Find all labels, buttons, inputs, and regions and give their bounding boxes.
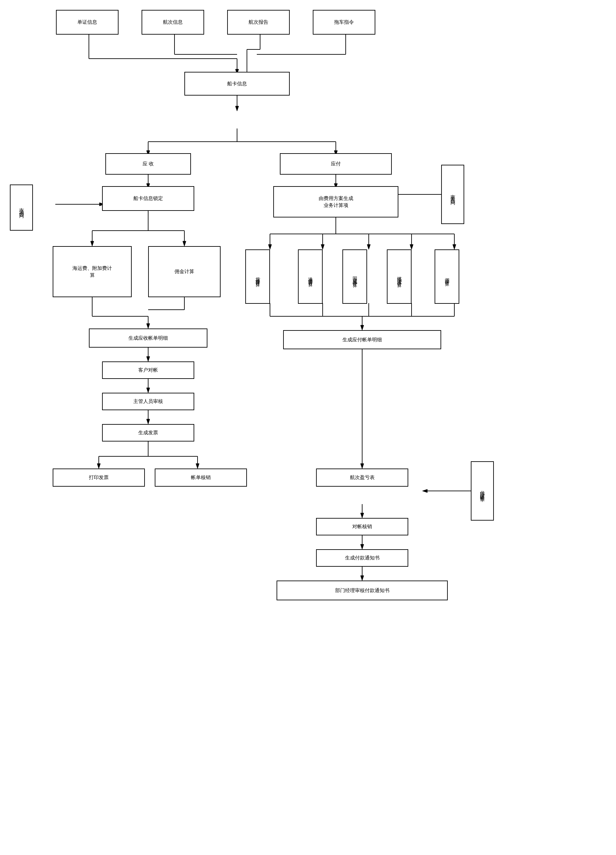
box-dept-review: 部门经理审核付款通知书 bbox=[277, 581, 448, 600]
box-print-invoice: 打印发票 bbox=[53, 469, 145, 487]
svg-marker-76 bbox=[422, 489, 427, 493]
box-feiyong-plan: 由费用方案生成 业务计算项 bbox=[273, 186, 398, 218]
svg-marker-72 bbox=[196, 464, 199, 469]
svg-marker-78 bbox=[361, 513, 364, 518]
box-huo-fee: 货使费计算 bbox=[245, 250, 270, 304]
box-yingshou: 应 收 bbox=[105, 153, 191, 175]
box-fuel-fee: 燃油淡水计算 bbox=[387, 250, 411, 304]
box-chuanka-info: 船卡信息 bbox=[184, 72, 290, 95]
svg-marker-52 bbox=[147, 323, 150, 328]
box-customer-check: 客户对帐 bbox=[102, 362, 194, 379]
box-supervisor-review: 主管人员审核 bbox=[102, 393, 194, 410]
svg-marker-44 bbox=[410, 244, 413, 250]
box-yongjin-calc2: 佣金计算 bbox=[435, 250, 459, 304]
box-yingfu: 应付 bbox=[280, 153, 392, 175]
svg-marker-64 bbox=[147, 388, 150, 393]
box-market-contract: 市场合同 bbox=[10, 184, 33, 231]
box-gen-payment-notice: 生成付款通知书 bbox=[316, 549, 408, 567]
box-haiyun-fee: 海运费、附加费计 算 bbox=[53, 246, 132, 297]
box-yongjin-calc1: 佣金计算 bbox=[148, 246, 220, 297]
box-account-writeoff: 帐单核销 bbox=[155, 469, 247, 487]
svg-marker-46 bbox=[453, 244, 456, 250]
arrows-svg bbox=[0, 0, 616, 855]
box-business-contract: 商务合同 bbox=[441, 165, 464, 224]
svg-marker-62 bbox=[147, 357, 150, 362]
svg-marker-27 bbox=[90, 241, 94, 246]
box-account-reconcile: 对帐核销 bbox=[316, 518, 408, 535]
svg-marker-30 bbox=[183, 241, 186, 246]
svg-marker-66 bbox=[147, 419, 150, 424]
box-hangci-info: 航次信息 bbox=[142, 10, 204, 35]
box-gen-invoice: 生成发票 bbox=[102, 424, 194, 441]
svg-marker-12 bbox=[235, 106, 239, 111]
box-dandao-info: 单证信息 bbox=[56, 10, 119, 35]
svg-marker-80 bbox=[361, 544, 364, 549]
svg-marker-40 bbox=[321, 244, 324, 250]
box-gen-receivable: 生成应收帐单明细 bbox=[89, 328, 208, 348]
box-agent-supply: 代理提供帐单 bbox=[471, 461, 494, 521]
box-hangci-baogao: 航次报告 bbox=[227, 10, 290, 35]
svg-marker-60 bbox=[361, 325, 364, 330]
box-tuoche-zhiling: 拖车指令 bbox=[313, 10, 375, 35]
box-voyage-profit: 航次盈亏表 bbox=[316, 469, 408, 487]
svg-marker-82 bbox=[361, 576, 364, 581]
box-chuanka-lock: 船卡信息锁定 bbox=[102, 186, 194, 211]
box-gen-payable: 生成应付帐单明细 bbox=[283, 330, 441, 349]
svg-marker-74 bbox=[361, 464, 364, 469]
box-gang-fee: 港使费计算 bbox=[298, 250, 323, 304]
svg-marker-42 bbox=[367, 244, 370, 250]
box-fixed-cost: 固定成本计算 bbox=[342, 250, 367, 304]
flowchart: 单证信息 航次信息 航次报告 拖车指令 船卡信息 应 收 应付 市场合同 商务合… bbox=[0, 0, 616, 855]
svg-marker-38 bbox=[268, 244, 272, 250]
svg-marker-70 bbox=[97, 464, 101, 469]
